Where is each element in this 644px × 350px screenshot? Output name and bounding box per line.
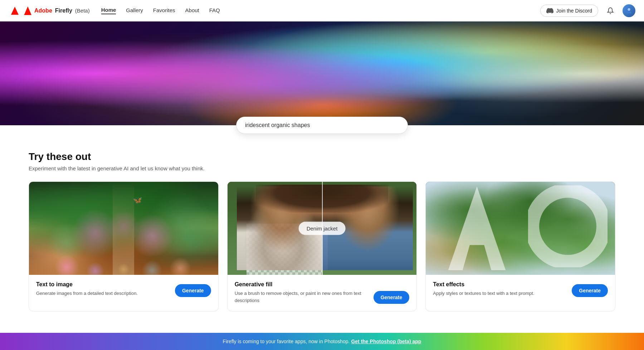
card2-divider (322, 182, 323, 275)
search-container (0, 117, 644, 134)
hero-wave-overlay (0, 21, 644, 125)
notifications-button[interactable] (604, 4, 617, 17)
avatar-icon (625, 7, 633, 15)
card2-text: Generative fill Use a brush to remove ob… (235, 281, 368, 304)
logo-product: Firefly (55, 8, 72, 14)
card1-path (113, 182, 134, 275)
svg-marker-3 (24, 6, 31, 15)
svg-point-5 (628, 8, 630, 10)
try-section-title: Try these out (29, 151, 615, 162)
nav-faq[interactable]: FAQ (209, 7, 220, 14)
card2-desc: Use a brush to remove objects, or paint … (235, 290, 368, 304)
main-nav: Home Gallery Favorites About FAQ (101, 7, 220, 14)
card-generative-fill[interactable]: Denim jacket Generative fill Use a brush… (227, 181, 417, 311)
logo-beta-tag: (Beta) (75, 8, 90, 14)
hero-section: Unlock your imagination with Adobe Firef… (0, 21, 644, 125)
discord-label: Join the Discord (556, 8, 592, 14)
card3-desc: Apply styles or textures to text with a … (433, 290, 566, 297)
try-section: Try these out Experiment with the latest… (0, 134, 644, 326)
discord-button[interactable]: Join the Discord (540, 5, 598, 17)
card3-text: Text effects Apply styles or textures to… (433, 281, 566, 297)
nav-home[interactable]: Home (101, 7, 116, 14)
card2-title: Generative fill (235, 281, 368, 288)
card-text-effects[interactable]: Text effects Apply styles or textures to… (425, 181, 615, 311)
try-section-subtitle: Experiment with the latest in generative… (29, 165, 615, 171)
card2-generate-button[interactable]: Generate (374, 291, 410, 304)
nav-favorites[interactable]: Favorites (153, 7, 175, 14)
adobe-logo-icon (21, 6, 31, 16)
nav-gallery[interactable]: Gallery (126, 7, 143, 14)
card2-info: Generative fill Use a brush to remove ob… (228, 275, 417, 311)
card3-info: Text effects Apply styles or textures to… (426, 275, 615, 304)
user-avatar[interactable] (623, 4, 635, 17)
card-text-to-image[interactable]: 🦋 Text to image Generate images from a d… (29, 181, 219, 311)
card3-generate-button[interactable]: Generate (572, 284, 608, 297)
card1-title: Text to image (36, 281, 169, 288)
svg-point-6 (532, 191, 604, 262)
card3-title: Text effects (433, 281, 566, 288)
card1-text: Text to image Generate images from a det… (36, 281, 169, 297)
logo-brand: Adobe (34, 8, 52, 14)
card2-image: Denim jacket (228, 182, 417, 275)
card3-image (426, 182, 615, 275)
svg-marker-0 (11, 6, 19, 14)
logo-area: Adobe Firefly (Beta) (9, 6, 90, 16)
card1-butterfly: 🦋 (133, 196, 142, 204)
card1-image: 🦋 (29, 182, 218, 275)
card3-letter-o-svg (528, 185, 608, 267)
nav-about[interactable]: About (185, 7, 199, 14)
card1-desc: Generate images from a detailed text des… (36, 290, 169, 297)
card1-info: Text to image Generate images from a det… (29, 275, 218, 304)
bell-icon (607, 7, 614, 14)
main-search-input[interactable] (236, 117, 408, 134)
cards-grid: 🦋 Text to image Generate images from a d… (29, 181, 615, 311)
adobe-logo-icon (9, 6, 19, 16)
discord-icon (546, 7, 553, 14)
header: Adobe Firefly (Beta) Home Gallery Favori… (0, 0, 644, 21)
card1-generate-button[interactable]: Generate (175, 284, 211, 297)
header-right: Join the Discord (540, 4, 635, 17)
